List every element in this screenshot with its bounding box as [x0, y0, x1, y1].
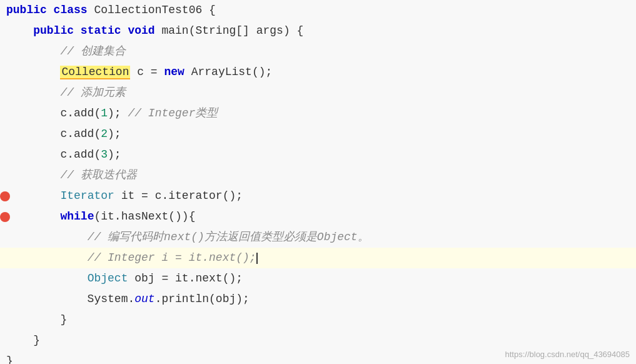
code-line-12: // 编写代码时next()方法返回值类型必须是Object。 — [0, 227, 636, 248]
code-lines: public class CollectionTest06 { public s… — [0, 0, 636, 364]
code-editor: public class CollectionTest06 { public s… — [0, 0, 636, 364]
line-content-17: } — [6, 330, 40, 351]
code-line-1: public class CollectionTest06 { — [0, 0, 636, 21]
code-line-8: c.add(3); — [0, 144, 636, 165]
code-line-9: // 获取迭代器 — [0, 165, 636, 186]
code-line-4: Collection c = new ArrayList(); — [0, 62, 636, 83]
code-line-7: c.add(2); — [0, 124, 636, 144]
line-content-15: System.out.println(obj); — [6, 289, 250, 310]
line-content-12: // 编写代码时next()方法返回值类型必须是Object。 — [6, 227, 369, 248]
line-content-8: c.add(3); — [6, 144, 121, 165]
code-line-5: // 添加元素 — [0, 83, 636, 103]
code-line-3: // 创建集合 — [0, 41, 636, 62]
code-line-16: } — [0, 310, 636, 330]
code-line-6: c.add(1); // Integer类型 — [0, 103, 636, 124]
line-content-18: } — [6, 351, 13, 364]
code-line-2: public static void main(String[] args) { — [0, 21, 636, 41]
line-content-2: public static void main(String[] args) { — [6, 21, 303, 41]
debug-dot-10 — [0, 191, 10, 201]
code-line-10: Iterator it = c.iterator(); — [0, 186, 636, 206]
line-content-9: // 获取迭代器 — [6, 165, 137, 186]
code-line-13: // Integer i = it.next(); — [0, 248, 636, 268]
line-content-3: // 创建集合 — [6, 41, 126, 62]
collection-highlight: Collection — [60, 66, 130, 79]
line-content-14: Object obj = it.next(); — [6, 268, 243, 289]
code-line-17: } — [0, 330, 636, 351]
code-line-14: Object obj = it.next(); — [0, 268, 636, 289]
line-content-10: Iterator it = c.iterator(); — [6, 186, 243, 206]
watermark: https://blog.csdn.net/qq_43694085 — [505, 350, 630, 359]
line-content-16: } — [6, 310, 67, 330]
debug-dot-11 — [0, 212, 10, 222]
code-line-15: System.out.println(obj); — [0, 289, 636, 310]
line-content-13: // Integer i = it.next(); — [6, 248, 258, 268]
line-content-6: c.add(1); // Integer类型 — [6, 103, 218, 124]
line-content-5: // 添加元素 — [6, 83, 126, 103]
line-content-4: Collection c = new ArrayList(); — [6, 62, 272, 83]
code-line-11: while(it.hasNext()){ — [0, 206, 636, 227]
line-content-1: public class CollectionTest06 { — [6, 0, 216, 21]
line-content-7: c.add(2); — [6, 124, 121, 144]
line-content-11: while(it.hasNext()){ — [6, 206, 195, 227]
